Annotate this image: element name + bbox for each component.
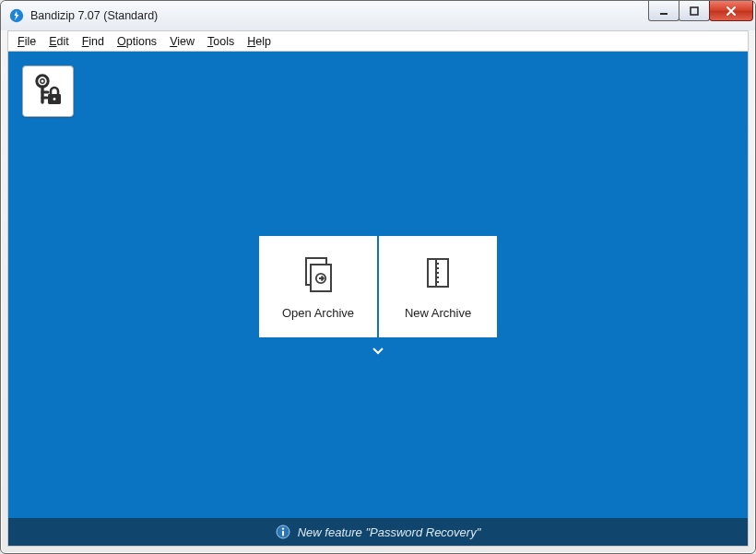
menu-tools[interactable]: Tools — [201, 34, 241, 49]
info-icon — [276, 525, 290, 539]
key-lock-icon — [30, 72, 65, 111]
svg-point-4 — [41, 79, 44, 83]
recent-archives-dropdown[interactable] — [319, 343, 437, 360]
svg-rect-1 — [660, 13, 667, 15]
menu-view[interactable]: View — [163, 34, 201, 49]
close-button[interactable] — [709, 1, 753, 21]
window-title: Bandizip 7.07 (Standard) — [30, 9, 649, 22]
start-tiles: Open Archive New Archive — [259, 236, 497, 337]
statusbar[interactable]: New feature "Password Recovery" — [8, 518, 748, 546]
titlebar[interactable]: Bandizip 7.07 (Standard) — [1, 1, 755, 30]
menubar: File Edit Find Options View Tools Help — [7, 30, 749, 51]
new-archive-icon — [418, 253, 458, 293]
chevron-down-icon — [372, 343, 384, 360]
open-archive-icon — [298, 253, 338, 293]
maximize-button[interactable] — [679, 1, 710, 21]
open-archive-tile[interactable]: Open Archive — [259, 236, 377, 337]
menu-file[interactable]: File — [11, 34, 42, 49]
statusbar-text: New feature "Password Recovery" — [298, 525, 481, 539]
svg-point-6 — [53, 98, 56, 100]
client-area: Open Archive New Archive — [7, 51, 749, 547]
menu-options[interactable]: Options — [111, 34, 163, 49]
window-controls — [649, 6, 753, 26]
menu-help[interactable]: Help — [241, 34, 278, 49]
menu-edit[interactable]: Edit — [42, 34, 76, 49]
new-archive-label: New Archive — [405, 306, 471, 320]
svg-rect-2 — [691, 7, 698, 15]
svg-point-12 — [282, 527, 284, 529]
app-icon — [8, 7, 25, 24]
stage: Open Archive New Archive — [8, 52, 748, 518]
minimize-button[interactable] — [648, 1, 679, 21]
app-window: Bandizip 7.07 (Standard) File Edit Find … — [0, 0, 756, 554]
password-manager-button[interactable] — [22, 65, 74, 117]
open-archive-label: Open Archive — [282, 306, 354, 320]
menu-find[interactable]: Find — [76, 34, 111, 49]
new-archive-tile[interactable]: New Archive — [379, 236, 497, 337]
svg-rect-13 — [282, 531, 284, 536]
